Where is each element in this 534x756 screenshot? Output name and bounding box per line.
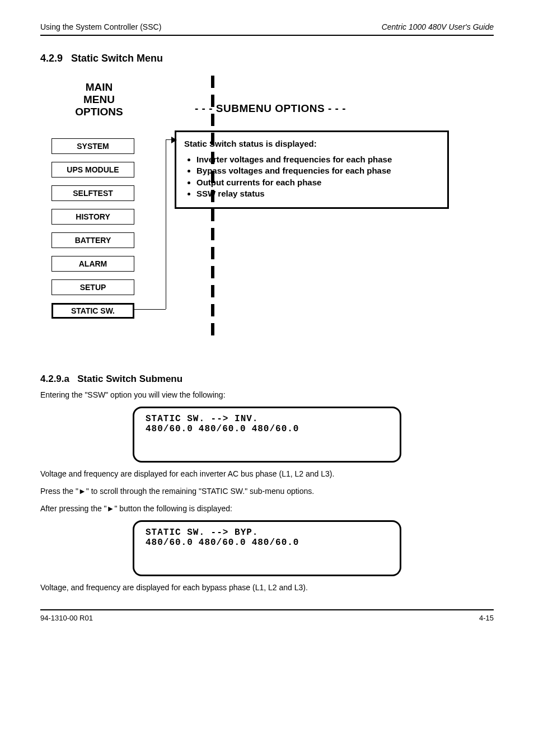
menu-system: SYSTEM <box>51 138 134 154</box>
subbox-title: Static Switch status is displayed: <box>184 139 439 148</box>
paragraph: Voltage and frequency are displayed for … <box>40 468 494 480</box>
header-rule <box>40 35 494 36</box>
menu-ups-module: UPS MODULE <box>51 162 134 178</box>
lcd-line-2: 480/60.0 480/60.0 480/60.0 <box>146 538 388 548</box>
menu-diagram: MAIN MENU OPTIONS SYSTEM UPS MODULE SELF… <box>57 76 471 367</box>
footer-rule <box>40 609 494 610</box>
subbox-bullet: Inverter voltages and frequencies for ea… <box>196 154 439 165</box>
submenu-description-box: Static Switch status is displayed: Inver… <box>175 130 449 209</box>
footer-right: 4-15 <box>479 614 494 622</box>
menu-setup: SETUP <box>51 279 134 295</box>
paragraph: After pressing the "►" button the follow… <box>40 503 494 515</box>
menu-alarm: ALARM <box>51 256 134 272</box>
lcd-line-1: STATIC SW. --> BYP. <box>146 528 388 538</box>
paragraph: Voltage, and frequency are displayed for… <box>40 582 494 594</box>
lcd-display-1: STATIC SW. --> INV. 480/60.0 480/60.0 48… <box>133 407 401 463</box>
section-4-2-9-title: 4.2.9 Static Switch Menu <box>40 53 494 64</box>
subbox-bullet: Output currents for each phase <box>196 177 439 188</box>
subbox-bullet: Bypass voltages and frequencies for each… <box>196 165 439 176</box>
submenu-options-header: - - - SUBMENU OPTIONS - - - <box>195 102 346 115</box>
paragraph: Entering the "SSW" option you will view … <box>40 389 494 401</box>
header-right: Centric 1000 480V User's Guide <box>382 22 494 31</box>
main-menu-options-label: MAIN MENU OPTIONS <box>63 81 135 118</box>
lcd-line-1: STATIC SW. --> INV. <box>146 414 388 424</box>
lcd-line-2: 480/60.0 480/60.0 480/60.0 <box>146 424 388 434</box>
footer-left: 94-1310-00 R01 <box>40 614 93 622</box>
section-4-2-9-a-title: 4.2.9.a Static Switch Submenu <box>40 374 494 385</box>
lcd-display-2: STATIC SW. --> BYP. 480/60.0 480/60.0 48… <box>133 520 401 576</box>
menu-static-sw: STATIC SW. <box>51 303 134 319</box>
header-left: Using the System Controller (SSC) <box>40 22 161 31</box>
paragraph: Press the "►" to scroll through the rema… <box>40 486 494 497</box>
subbox-bullet: SSW relay status <box>196 188 439 199</box>
menu-history: HISTORY <box>51 209 134 225</box>
menu-battery: BATTERY <box>51 232 134 248</box>
menu-selftest: SELFTEST <box>51 185 134 201</box>
